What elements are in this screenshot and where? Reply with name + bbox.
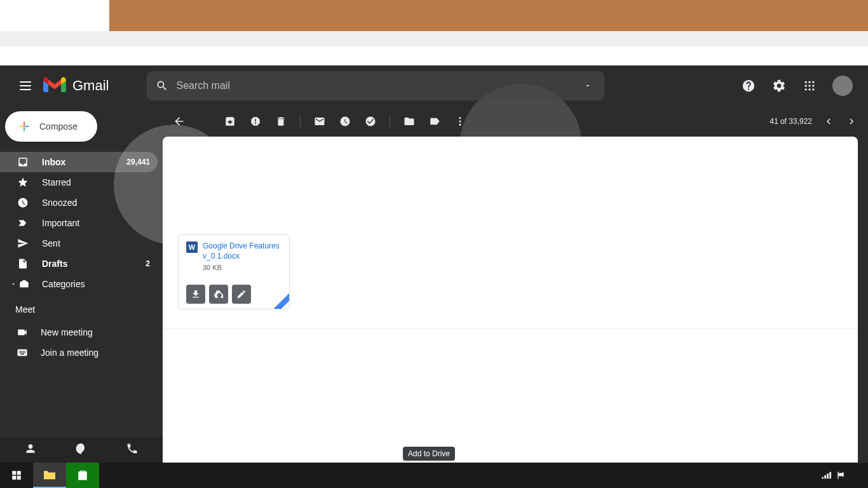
spam-button[interactable] [249,115,262,128]
sidebar-item-starred[interactable]: Starred [0,172,158,193]
gear-icon [772,79,786,93]
gmail-header: Gmail [0,65,868,106]
attachment-corner [274,294,289,309]
svg-point-8 [812,88,814,90]
phone-tab[interactable] [126,442,139,458]
sidebar-item-snoozed[interactable]: Snoozed [0,193,158,213]
message-content: W Google Drive Features v_0.1.docx 30 KB [163,137,858,356]
svg-point-6 [805,88,807,90]
important-icon [17,217,29,229]
download-button[interactable] [186,285,205,304]
join-meeting-button[interactable]: Join a meeting [15,342,147,363]
pencil-icon [236,289,247,299]
store-button[interactable] [66,463,99,488]
add-tasks-button[interactable] [364,115,377,128]
message-divider [163,329,858,329]
toolbar-right: 41 of 33,922 [770,115,858,128]
inbox-icon [17,156,29,168]
header-right [736,73,858,98]
more-button[interactable] [454,115,466,128]
search-box[interactable] [147,71,604,100]
contacts-tab[interactable] [24,442,37,458]
trash-icon [275,116,287,127]
flag-icon [836,471,845,480]
account-avatar[interactable] [832,76,853,96]
browser-tab-strip [0,0,868,31]
windows-taskbar [0,463,868,488]
taskbar-apps [99,463,821,488]
sidebar-item-important[interactable]: Important [0,213,158,233]
attachment-card[interactable]: W Google Drive Features v_0.1.docx 30 KB [178,234,290,309]
hangouts-tab[interactable] [75,442,88,458]
main-content: 41 of 33,922 W Google Drive Features v_0… [163,106,868,463]
apps-button[interactable] [797,73,822,98]
snooze-button[interactable] [339,115,351,128]
signal-icon [821,470,831,480]
help-icon [742,79,756,93]
back-button[interactable] [173,115,186,128]
taskbar-tray[interactable] [821,470,868,480]
apps-grid-icon [803,79,816,92]
sidebar-item-categories[interactable]: Categories [0,274,158,294]
clock-icon [339,116,351,127]
main-menu-button[interactable] [10,71,41,101]
search-icon [156,79,168,92]
folder-icon [403,116,415,127]
svg-point-2 [812,81,814,83]
sidebar-item-drafts[interactable]: Drafts 2 [0,254,158,274]
gmail-text: Gmail [72,78,109,94]
tooltip: Add to Drive [403,447,455,461]
gmail-app: Gmail [0,65,868,463]
next-button[interactable] [845,115,858,128]
add-to-drive-button[interactable] [209,285,228,304]
svg-point-1 [808,81,810,83]
attachment-actions [186,285,251,304]
spam-icon [250,116,261,127]
svg-point-9 [459,117,461,119]
more-vert-icon [454,116,466,127]
attachment-size: 30 KB [203,264,281,271]
draft-icon [17,258,29,269]
new-meeting-button[interactable]: New meeting [15,322,147,342]
start-button[interactable] [0,463,33,488]
move-to-button[interactable] [403,115,416,128]
pagination-text: 41 of 33,922 [770,117,812,126]
gmail-logo[interactable]: Gmail [43,77,109,95]
compose-button[interactable]: Compose [5,111,97,142]
mark-unread-button[interactable] [313,115,326,128]
meet-section: Meet New meeting Join a meeting [0,304,163,363]
drive-icon [214,289,224,299]
edit-button[interactable] [232,285,251,304]
bag-icon [77,470,88,481]
clock-icon [17,197,29,208]
support-button[interactable] [736,73,761,98]
sidebar-item-sent[interactable]: Sent [0,233,158,254]
chat-icon [75,442,88,455]
attachment-header: W Google Drive Features v_0.1.docx 30 KB [179,235,289,278]
sidebar-item-inbox[interactable]: Inbox 29,441 [0,152,158,172]
taskbar-left [0,463,99,488]
attachment-name: Google Drive Features v_0.1.docx [203,241,281,261]
search-input[interactable] [176,80,580,92]
sidebar: Compose Inbox 29,441 Starred Snoozed [0,106,163,463]
settings-button[interactable] [766,73,792,98]
delete-button[interactable] [275,115,287,128]
search-options-button[interactable] [580,78,595,93]
gmail-m-icon [43,77,66,95]
archive-button[interactable] [224,115,236,128]
gmail-body: Compose Inbox 29,441 Starred Snoozed [0,106,868,463]
prev-button[interactable] [822,115,835,128]
labels-button[interactable] [428,115,441,128]
folder-icon [43,469,57,480]
svg-point-4 [808,85,810,86]
hamburger-icon [20,81,31,90]
meet-title: Meet [15,304,147,315]
sidebar-bottom-tabs [0,437,163,463]
arrow-left-icon [173,115,186,128]
file-explorer-button[interactable] [33,463,66,488]
active-tab[interactable] [0,0,109,31]
word-doc-icon: W [186,241,198,253]
svg-point-11 [459,124,461,126]
download-icon [191,289,201,299]
svg-point-7 [808,88,810,90]
